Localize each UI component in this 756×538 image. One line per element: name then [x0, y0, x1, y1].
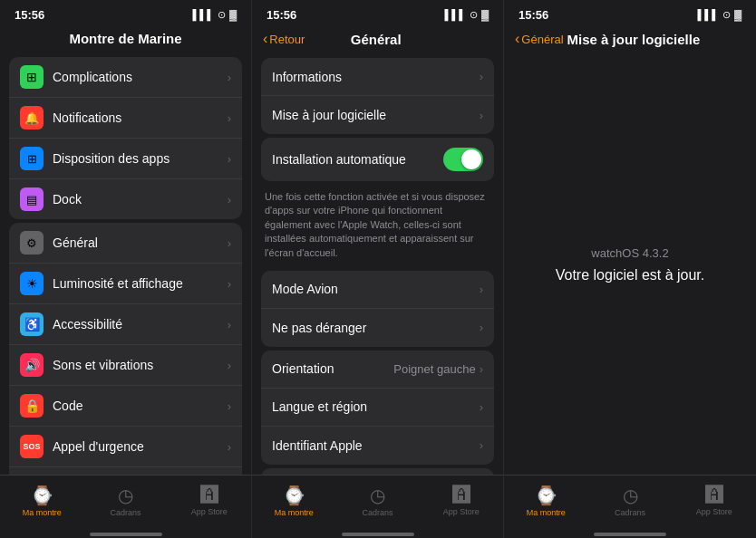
ne-pas-deranger-label: Ne pas déranger [272, 321, 480, 335]
informations-chevron: › [480, 70, 483, 83]
complications-icon: ⊞ [20, 65, 44, 89]
dock-icon: ▤ [20, 187, 44, 211]
dock-chevron: › [228, 193, 231, 207]
tab-ma-montre-label-2: Ma montre [275, 508, 314, 517]
langue-label: Langue et région [272, 399, 480, 414]
general-label: Général [53, 235, 228, 250]
installation-description: Une fois cette fonction activée et si vo… [252, 185, 503, 267]
row-installation-auto[interactable]: Installation automatique [261, 138, 494, 181]
menu-item-notifications[interactable]: 🔔 Notifications › [9, 98, 242, 139]
tab-appstore-1[interactable]: 🅰 App Store [168, 481, 251, 520]
back-button-3[interactable]: ‹ Général [515, 31, 564, 47]
status-icons-1: ▌▌▌ ⊙ ▓ [193, 9, 237, 21]
sounds-icon: 🔊 [20, 353, 44, 377]
section-installation: Installation automatique [261, 138, 494, 181]
signal-icon-2: ▌▌▌ [445, 9, 466, 20]
tab-appstore-3[interactable]: 🅰 App Store [672, 481, 756, 520]
installation-toggle[interactable] [443, 148, 483, 171]
row-orientation[interactable]: Orientation Poignet gauche › [261, 351, 494, 389]
back-chevron-3: ‹ [515, 31, 519, 47]
screen3-title: Mise à jour logicielle [567, 32, 701, 47]
tab-appstore-2[interactable]: 🅰 App Store [420, 481, 503, 520]
home-indicator-3 [594, 533, 666, 536]
tab-appstore-label-1: App Store [191, 507, 228, 516]
status-icons-3: ▌▌▌ ⊙ ▓ [698, 9, 741, 21]
back-button-2[interactable]: ‹ Retour [263, 31, 305, 47]
mise-a-jour-label: Mise à jour logicielle [272, 108, 480, 122]
toggle-thumb [461, 149, 481, 169]
general-icon: ⚙ [20, 231, 44, 255]
menu-item-urgence[interactable]: SOS Appel d'urgence › [9, 427, 242, 467]
tab-ma-montre-3[interactable]: ⌚ Ma montre [504, 481, 588, 520]
disposition-icon: ⊞ [20, 147, 44, 170]
menu-item-general[interactable]: ⚙ Général › [9, 223, 242, 264]
menu-item-brightness[interactable]: ☀ Luminosité et affichage › [9, 264, 242, 304]
screen2-content: Informations › Mise à jour logicielle › … [252, 54, 503, 475]
row-mise-a-jour[interactable]: Mise à jour logicielle › [261, 96, 494, 134]
notifications-label: Notifications [53, 110, 228, 125]
screen-3: 15:56 ▌▌▌ ⊙ ▓ ‹ Général Mise à jour logi… [504, 0, 756, 538]
row-ne-pas-deranger[interactable]: Ne pas déranger › [261, 309, 494, 347]
brightness-label: Luminosité et affichage [53, 276, 228, 291]
screen3-header: ‹ Général Mise à jour logicielle [504, 25, 756, 54]
tab-appstore-label-2: App Store [443, 507, 480, 516]
accessibility-label: Accessibilité [53, 317, 228, 331]
orientation-chevron: › [480, 362, 483, 376]
screen2-header: ‹ Retour Général [252, 25, 503, 54]
tab-cadrans-3[interactable]: ◷ Cadrans [588, 481, 673, 520]
tab-cadrans-icon-2: ◷ [370, 485, 385, 506]
back-chevron-2: ‹ [263, 31, 267, 47]
tab-ma-montre-label-1: Ma montre [23, 508, 62, 517]
status-time-2: 15:56 [267, 8, 296, 22]
status-bar-2: 15:56 ▌▌▌ ⊙ ▓ [252, 0, 503, 25]
tab-cadrans-2[interactable]: ◷ Cadrans [335, 481, 419, 520]
menu-item-sounds[interactable]: 🔊 Sons et vibrations › [9, 345, 242, 386]
complications-chevron: › [228, 71, 231, 84]
home-indicator-2 [342, 533, 414, 536]
mode-avion-chevron: › [480, 283, 483, 296]
tab-cadrans-1[interactable]: ◷ Cadrans [83, 481, 167, 520]
tab-cadrans-icon-1: ◷ [118, 485, 133, 506]
menu-item-dock[interactable]: ▤ Dock › [9, 179, 242, 219]
update-center: watchOS 4.3.2 Votre logiciel est à jour. [504, 54, 756, 475]
wifi-icon-2: ⊙ [470, 9, 478, 21]
tab-ma-montre-icon-2: ⌚ [283, 485, 305, 506]
identifiant-chevron: › [480, 438, 483, 452]
disposition-label: Disposition des apps [53, 151, 228, 166]
section-avion: Mode Avion › Ne pas déranger › [261, 271, 494, 347]
code-icon: 🔒 [20, 394, 44, 418]
menu-item-accessibility[interactable]: ♿ Accessibilité › [9, 304, 242, 345]
menu-item-code[interactable]: 🔒 Code › [9, 386, 242, 427]
row-mode-avion[interactable]: Mode Avion › [261, 271, 494, 309]
menu-item-confidentialite[interactable]: ✋ Confidentialité › [9, 467, 242, 475]
notifications-chevron: › [228, 111, 231, 125]
row-langue[interactable]: Langue et région › [261, 389, 494, 427]
accessibility-icon: ♿ [20, 312, 44, 336]
menu-item-disposition[interactable]: ⊞ Disposition des apps › [9, 139, 242, 179]
mode-avion-label: Mode Avion [272, 282, 480, 296]
tab-appstore-icon-3: 🅰 [705, 485, 723, 505]
section-orientation: Orientation Poignet gauche › Langue et r… [261, 351, 494, 465]
section-settings: ⚙ Général › ☀ Luminosité et affichage › … [9, 223, 242, 475]
tab-cadrans-label-1: Cadrans [110, 508, 141, 517]
tab-ma-montre-2[interactable]: ⌚ Ma montre [252, 481, 335, 520]
urgence-label: Appel d'urgence [53, 439, 228, 454]
brightness-icon: ☀ [20, 272, 44, 295]
status-time-1: 15:56 [15, 8, 44, 22]
row-identifiant[interactable]: Identifiant Apple › [261, 427, 494, 465]
orientation-label: Orientation [272, 361, 393, 376]
row-actualisation[interactable]: Actualisation en arrière-plan › [261, 468, 494, 475]
tab-ma-montre-1[interactable]: ⌚ Ma montre [0, 481, 83, 520]
tab-ma-montre-icon-3: ⌚ [535, 485, 557, 506]
update-message: Votre logiciel est à jour. [556, 267, 705, 283]
menu-item-complications[interactable]: ⊞ Complications › [9, 57, 242, 98]
langue-chevron: › [480, 400, 483, 414]
tab-cadrans-label-2: Cadrans [362, 508, 393, 517]
tab-bar-3: ⌚ Ma montre ◷ Cadrans 🅰 App Store [504, 475, 756, 529]
back-label-2: Retour [269, 33, 305, 46]
tab-bar-2: ⌚ Ma montre ◷ Cadrans 🅰 App Store [252, 475, 503, 529]
mise-a-jour-chevron: › [480, 109, 483, 122]
row-informations[interactable]: Informations › [261, 58, 494, 96]
screen1-title: Montre de Marine [0, 25, 251, 53]
brightness-chevron: › [228, 277, 231, 291]
